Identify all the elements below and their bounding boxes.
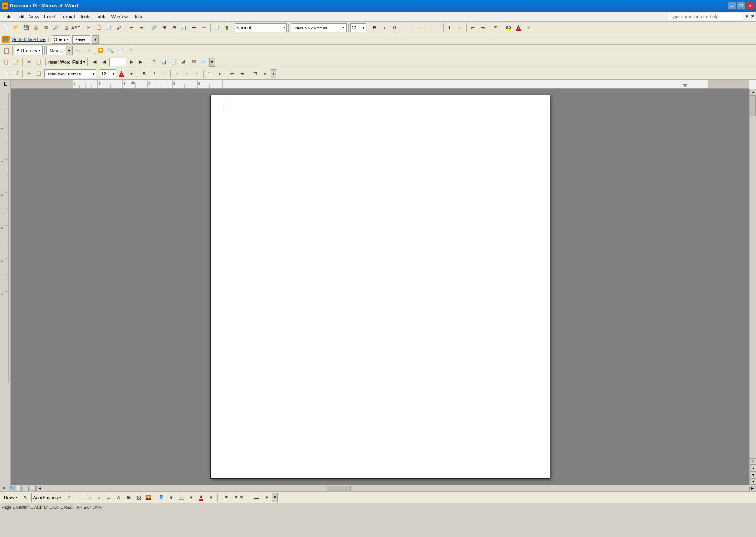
align-draw-right[interactable]: ≡⋮ [239,493,248,502]
permission-button[interactable]: 🔒 [32,23,41,32]
scroll-up-button[interactable]: ▲ [750,89,756,95]
merge-to-new-button[interactable]: 📄 [116,46,125,55]
tb2-icon2[interactable]: 📝 [12,69,21,78]
decrease-indent-button[interactable]: ⇤ [468,23,477,32]
text-box-btn[interactable]: ☐ [104,493,113,502]
insert-picture-btn[interactable]: 🌄 [144,493,153,502]
document-page[interactable] [210,95,550,479]
oval-btn[interactable]: ○ [94,493,103,502]
iwf-arrow[interactable]: ▼ [83,60,86,63]
format-painter-button[interactable]: 🖌 [114,23,123,32]
more-buttons[interactable]: » [524,23,533,32]
merge-btn5[interactable]: ✉ [189,58,199,67]
find-record-button[interactable]: 🔍 [106,46,115,55]
document-map-button[interactable]: 📑 [212,23,221,32]
insert-clipart-btn[interactable]: 🖼 [134,493,143,502]
autoshapes-arrow[interactable]: ▼ [59,496,62,499]
line-btn[interactable]: ╱ [64,493,73,502]
select-objects-btn[interactable]: ↖ [21,493,30,502]
draw-arrow[interactable]: ▼ [15,496,18,499]
style-arrow[interactable]: ▼ [283,26,286,29]
menu-window[interactable]: Window [109,13,130,20]
ruler-tab-stop[interactable]: L [0,80,11,89]
tb2-align-right[interactable]: ≡ [192,69,201,78]
fill-color-arrow[interactable]: ▼ [167,493,176,502]
menu-table[interactable]: Table [93,13,109,20]
align-right-button[interactable]: ≡ [423,23,432,32]
paste-button[interactable]: 📑 [104,23,113,32]
normal-view-button[interactable]: ≡ [1,486,7,491]
numbering-button[interactable]: 1. [446,23,455,32]
outside-border-button[interactable]: ⊡ [491,23,500,32]
h-scroll-left[interactable]: ◀ [36,486,43,491]
underline-button[interactable]: U [390,23,399,32]
fill-color-btn[interactable]: 🪣 [157,493,166,502]
menu-insert[interactable]: Insert [41,13,58,20]
justify-button[interactable]: ≡ [433,23,442,32]
line-color-btn[interactable]: 🖊 [177,493,186,502]
reading-view-button[interactable]: 📖 [29,486,36,491]
merge-btn1[interactable]: ⊕ [150,58,159,67]
bullets-button[interactable]: • [456,23,465,32]
right-indent[interactable] [683,84,687,87]
size-arrow[interactable]: ▼ [362,26,365,29]
tb2-border[interactable]: ⊡ [251,69,260,78]
open-arrow[interactable]: ▼ [66,38,69,41]
next-record-btn[interactable]: ▶ [127,58,136,67]
record-number-display[interactable] [109,58,126,66]
undo-button[interactable]: ↩ [127,23,136,32]
menu-file[interactable]: File [2,13,14,20]
merge-toolbar-more[interactable]: ▼ [209,58,215,67]
redo-button[interactable]: ↪ [137,23,146,32]
tb2-more[interactable]: » [261,69,270,78]
font-color-draw-btn[interactable]: A [196,493,206,502]
highlight-button[interactable]: ab [504,23,513,32]
bold-button[interactable]: B [370,23,379,32]
tb2-underline-button[interactable]: U [160,69,169,78]
scroll-thumb[interactable] [750,95,756,116]
prev-record-btn[interactable]: ◀ [99,58,109,67]
fill-solid-arrow[interactable]: ▼ [262,493,271,502]
tb2-font-arrow[interactable]: ▼ [92,72,95,75]
tb2-italic-button[interactable]: I [150,69,159,78]
save-button[interactable]: 💾 [22,23,31,32]
hyperlink-button[interactable]: 🔗 [150,23,159,32]
tables-borders-button[interactable]: ⊞ [160,23,169,32]
drawing-button[interactable]: ✏ [199,23,208,32]
sort-asc-button[interactable]: ↑↓ [73,46,82,55]
first-record-btn[interactable]: |◀ [90,58,99,67]
arrow-btn[interactable]: → [74,493,83,502]
tb2-bullets[interactable]: • [215,69,224,78]
outline-view-button[interactable]: ☰ [22,486,29,491]
go-to-office-live-link[interactable]: Go to Office Live [12,37,46,42]
merge-btn6[interactable]: 📧 [199,58,208,67]
print-layout-button[interactable]: 📄 [15,486,22,491]
size-dropdown[interactable]: 12 ▼ [350,23,366,32]
sort-desc-button[interactable]: ↓↑ [83,46,92,55]
help-search-input[interactable] [669,13,743,20]
align-draw-left[interactable]: ⋮≡ [219,493,228,502]
autoshapes-dropdown[interactable]: AutoShapes ▼ [31,493,64,502]
doc-canvas[interactable] [11,89,749,485]
print-button[interactable]: 🖨 [61,23,70,32]
tb2-font-color-btn[interactable]: A [117,69,126,78]
open-dropdown[interactable]: Open ▼ [52,35,71,44]
insert-wordart-btn[interactable]: A [114,493,123,502]
tb2-size-arrow[interactable]: ▼ [112,72,115,75]
validate-addresses-button[interactable]: ✓ [126,46,135,55]
fill-solid-btn[interactable]: ▬ [252,493,261,502]
tb2-cut[interactable]: ✂ [24,69,34,78]
h-scroll-thumb[interactable] [326,486,351,491]
help-close-button[interactable]: ✕ [751,14,754,19]
show-hide-button[interactable]: ¶ [222,23,231,32]
style-dropdown[interactable]: Normal ▼ [235,23,287,32]
cut-button[interactable]: ✂ [84,23,93,32]
tb2-color-arrow[interactable]: ▼ [127,69,136,78]
tb2-outdent[interactable]: ⇤ [228,69,237,78]
menu-tools[interactable]: Tools [78,13,93,20]
office-live-more[interactable]: ▼ [92,35,99,44]
increase-indent-button[interactable]: ⇥ [478,23,487,32]
save-dropdown[interactable]: Save ▼ [72,35,90,44]
merge-btn3[interactable]: 📑 [170,58,179,67]
tb2-font-dropdown[interactable]: Times New Roman ▼ [44,69,96,78]
